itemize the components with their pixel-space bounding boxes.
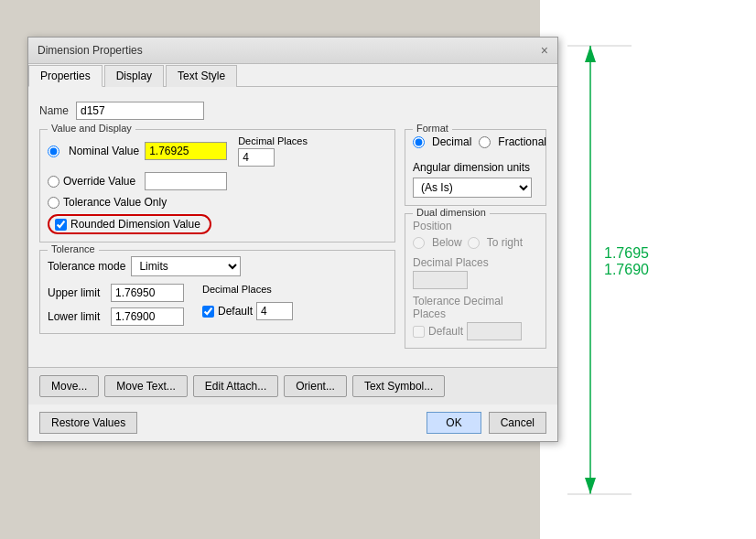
decimal-label: Decimal (432, 135, 471, 148)
dialog-title: Dimension Properties (38, 44, 143, 57)
rounded-checkbox[interactable] (55, 219, 67, 231)
below-radio[interactable] (413, 237, 425, 249)
tol-dec-places-label: Tolerance Decimal Places (413, 295, 538, 320)
format-label: Format (413, 123, 452, 134)
upper-limit-input[interactable] (111, 284, 184, 302)
svg-marker-3 (585, 478, 596, 494)
dialog-content: Name Value and Display Nominal Value (28, 94, 557, 367)
tab-display[interactable]: Display (104, 65, 164, 87)
to-right-label: To right (487, 236, 523, 249)
dim-value1: 1.7695 (604, 245, 649, 261)
upper-limit-row: Upper limit (48, 284, 184, 302)
tolerance-only-row: Tolerance Value Only (48, 196, 387, 209)
tol-decimal-label: Decimal Places (202, 284, 293, 295)
footer: Restore Values OK Cancel (28, 404, 557, 441)
tol-default-label: Default (218, 305, 253, 318)
footer-right: OK Cancel (427, 412, 546, 434)
override-input[interactable] (145, 172, 227, 190)
name-input[interactable] (76, 102, 204, 120)
tab-bar: Properties Display Text Style (28, 64, 557, 87)
dialog-titlebar: Dimension Properties × (28, 38, 557, 64)
tolerance-inputs: Upper limit Lower limit Decimal Places (48, 284, 387, 326)
decimal-places-block: Decimal Places (238, 135, 308, 167)
close-button[interactable]: × (541, 43, 548, 58)
tab-text-style[interactable]: Text Style (166, 65, 237, 87)
rounded-label: Rounded Dimension Value (70, 218, 200, 231)
tolerance-dec-row: Default (413, 322, 538, 340)
bottom-toolbar: Move... Move Text... Edit Attach... Orie… (28, 367, 557, 404)
tolerance-mode-row: Tolerance mode Limits Symmetric None (48, 256, 387, 276)
override-label: Override Value (63, 175, 135, 188)
decimal-places-label: Decimal Places (238, 135, 308, 146)
position-label: Position (413, 220, 538, 232)
nominal-input[interactable] (145, 142, 227, 160)
format-radios: Decimal Fractional (413, 135, 538, 148)
decimal-radio[interactable] (413, 136, 425, 148)
tol-default-checkbox[interactable] (202, 306, 214, 318)
tab-properties[interactable]: Properties (28, 65, 103, 87)
tolerance-only-label: Tolerance Value Only (63, 196, 167, 209)
left-column: Value and Display Nominal Value Decimal … (39, 129, 395, 356)
dual-dimension-group: Dual dimension Position Below To right D… (405, 213, 546, 349)
dual-dec-label: Decimal Places (413, 256, 538, 269)
lower-limit-label: Lower limit (48, 310, 107, 323)
nominal-label: Nominal Value (69, 145, 139, 157)
right-column: Format Decimal Fractional Angular dimens… (405, 129, 546, 356)
dual-dimension-label: Dual dimension (413, 207, 490, 218)
tol-decimal-input[interactable] (256, 302, 293, 320)
angular-group: Angular dimension units (As Is) Degrees … (413, 156, 538, 198)
tolerance-mode-select[interactable]: Limits Symmetric None (131, 256, 241, 276)
nominal-row: Nominal Value Decimal Places (48, 135, 387, 167)
text-symbol-button[interactable]: Text Symbol... (352, 375, 445, 397)
orient-button[interactable]: Orient... (284, 375, 347, 397)
tol-dec-row: Default (202, 302, 293, 320)
tolerance-only-radio[interactable] (48, 197, 59, 209)
nominal-radio[interactable] (48, 146, 59, 157)
lower-limit-input[interactable] (111, 307, 184, 326)
angular-label: Angular dimension units (413, 161, 538, 174)
dimension-properties-dialog: Dimension Properties × Properties Displa… (27, 37, 558, 442)
fractional-label: Fractional (498, 135, 546, 148)
dual-default-checkbox[interactable] (413, 326, 425, 338)
main-columns: Value and Display Nominal Value Decimal … (39, 129, 546, 356)
upper-limit-label: Upper limit (48, 286, 107, 299)
name-label: Name (39, 104, 69, 117)
tolerance-decimal-block: Decimal Places Default (202, 284, 293, 326)
lower-limit-row: Lower limit (48, 307, 184, 326)
cancel-button[interactable]: Cancel (489, 412, 546, 434)
fractional-radio[interactable] (479, 136, 491, 148)
ok-button[interactable]: OK (427, 412, 481, 434)
dimension-svg: 1.7695 1.7690 (540, 0, 756, 539)
value-display-label: Value and Display (48, 123, 135, 134)
rounded-highlight: Rounded Dimension Value (48, 214, 211, 234)
decimal-places-input[interactable] (238, 148, 275, 167)
move-button[interactable]: Move... (39, 375, 99, 397)
svg-marker-2 (585, 46, 596, 62)
to-right-radio[interactable] (468, 237, 480, 249)
name-row: Name (39, 102, 546, 120)
tolerance-group: Tolerance Tolerance mode Limits Symmetri… (39, 250, 395, 334)
override-radio[interactable] (48, 176, 59, 188)
move-text-button[interactable]: Move Text... (104, 375, 187, 397)
tolerance-mode-label: Tolerance mode (48, 260, 125, 273)
edit-attach-button[interactable]: Edit Attach... (193, 375, 278, 397)
position-radios: Below To right (413, 236, 538, 249)
dual-dec-input[interactable] (413, 271, 468, 289)
rounded-row: Rounded Dimension Value (48, 214, 387, 234)
dual-tol-dec-input[interactable] (467, 322, 522, 340)
restore-values-button[interactable]: Restore Values (39, 412, 137, 434)
angular-select[interactable]: (As Is) Degrees Radians (413, 178, 532, 198)
dual-default-label: Default (428, 325, 463, 338)
tolerance-group-label: Tolerance (48, 243, 99, 254)
limit-fields: Upper limit Lower limit (48, 284, 184, 326)
dim-value2: 1.7690 (604, 262, 649, 277)
value-display-group: Value and Display Nominal Value Decimal … (39, 129, 395, 243)
format-group: Format Decimal Fractional Angular dimens… (405, 129, 546, 206)
below-label: Below (432, 236, 462, 249)
override-row: Override Value (48, 172, 387, 190)
